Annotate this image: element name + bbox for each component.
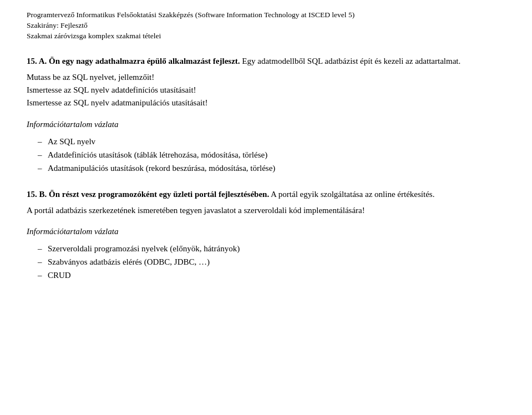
section-a-info-title: Információtartalom vázlata <box>27 120 505 129</box>
section-b-number: 15. B. <box>27 190 49 199</box>
header-line3: Szakmai záróvizsga komplex szakmai tétel… <box>27 31 505 42</box>
list-item: CRUD <box>38 269 505 282</box>
section-a-title: Ön egy nagy adathalmazra épülő alkalmazá… <box>49 57 240 65</box>
section-b-body1: A portál egyik szolgáltatása az online é… <box>271 190 434 199</box>
section-a-title-row: 15. A. Ön egy nagy adathalmazra épülő al… <box>27 55 505 68</box>
section-b-body2: A portál adatbázis szerkezetének ismeret… <box>27 204 505 217</box>
section-b: 15. B. Ön részt vesz programozóként egy … <box>27 188 505 282</box>
list-item: Szerveroldali programozási nyelvek (előn… <box>38 242 505 255</box>
section-b-title: Ön részt vesz programozóként egy üzleti … <box>49 190 269 199</box>
section-a-bullet-list: Az SQL nyelv Adatdefiníciós utasítások (… <box>27 135 505 175</box>
section-b-info-title: Információtartalom vázlata <box>27 227 505 236</box>
section-a-number: 15. A. <box>27 57 49 65</box>
header: Programtervező Informatikus Felsőoktatás… <box>27 10 505 42</box>
section-a-body1: Egy adatmodellből SQL adatbázist épít és… <box>242 57 460 65</box>
list-item: Adatdefiníciós utasítások (táblák létreh… <box>38 148 505 161</box>
section-a-body4: Ismertesse az SQL nyelv adatmanipulációs… <box>27 97 505 109</box>
section-b-title-row: 15. B. Ön részt vesz programozóként egy … <box>27 188 505 201</box>
header-line1: Programtervező Informatikus Felsőoktatás… <box>27 10 505 21</box>
list-item: Szabványos adatbázis elérés (ODBC, JDBC,… <box>38 255 505 269</box>
section-a-body3: Ismertesse az SQL nyelv adatdefiníciós u… <box>27 84 505 97</box>
section-a: 15. A. Ön egy nagy adathalmazra épülő al… <box>27 55 505 175</box>
list-item: Az SQL nyelv <box>38 135 505 148</box>
section-a-body2: Mutass be az SQL nyelvet, jellemzőit! <box>27 71 505 84</box>
list-item: Adatmanipulációs utasítások (rekord besz… <box>38 161 505 175</box>
header-line2: Szakirány: Fejlesztő <box>27 21 505 31</box>
section-b-bullet-list: Szerveroldali programozási nyelvek (előn… <box>27 242 505 282</box>
